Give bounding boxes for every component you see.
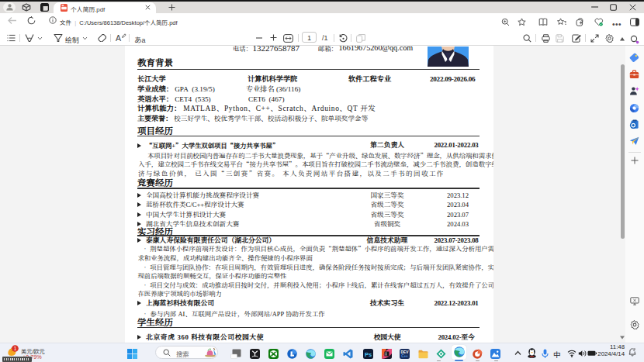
- svg-text:Ps: Ps: [365, 351, 372, 358]
- svg-text:1: 1: [14, 346, 17, 351]
- svg-text:C++: C++: [401, 354, 408, 358]
